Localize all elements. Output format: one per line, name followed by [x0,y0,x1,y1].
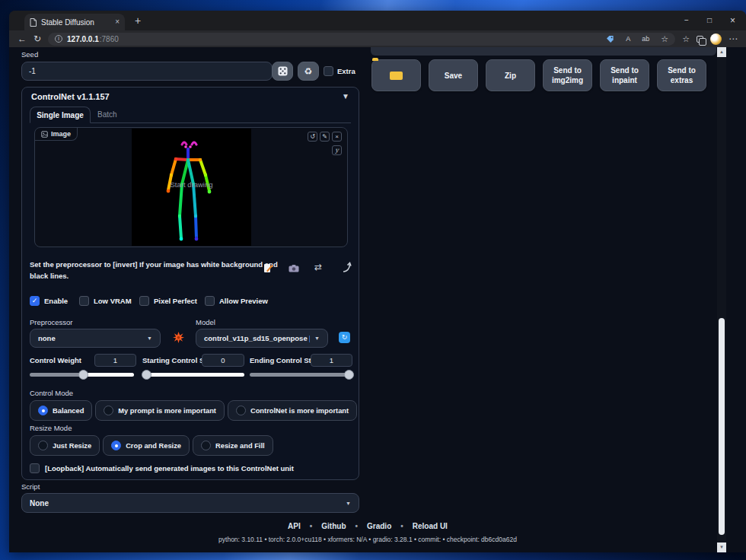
page-scrollbar[interactable]: ▲ ▼ [717,47,726,552]
dice-icon [278,66,288,76]
starting-step-value[interactable]: 0 [202,354,244,367]
run-preprocessor-icon[interactable] [173,332,184,343]
webcam-icon[interactable] [289,265,299,272]
control-weight-slider[interactable] [30,373,134,377]
zip-button[interactable]: Zip [486,59,535,91]
slider-handle[interactable] [142,370,151,380]
collapse-caret-icon[interactable]: ▼ [342,92,349,100]
model-label: Model [196,318,215,326]
control-mode-group: Balanced My prompt is more important Con… [30,400,357,421]
allow-preview-checkbox[interactable] [205,296,215,306]
enable-checkbox[interactable]: ✓ [30,296,40,306]
mirror-webcam-icon[interactable]: ⇄ [314,262,322,272]
image-dropzone[interactable]: Image [34,127,348,247]
ending-step-label: Ending Control Step [250,356,320,364]
undo-icon[interactable]: ↺ [308,132,317,142]
mode-balanced-option[interactable]: Balanced [30,400,92,421]
tab-batch[interactable]: Batch [97,110,117,119]
open-folder-button[interactable] [371,59,421,91]
resize-fill-label: Resize and Fill [215,442,265,450]
loopback-label: [Loopback] Automatically send generated … [45,464,294,473]
close-window-icon[interactable]: × [730,16,735,25]
page-viewport: Seed -1 ♻ Extra ControlNet v1.1.157 ▼ Si… [9,47,746,552]
reuse-seed-button[interactable]: ♻ [298,62,319,81]
browser-essentials-icon[interactable] [697,36,703,43]
resize-just-option[interactable]: Just Resize [30,435,100,456]
profile-avatar[interactable] [710,33,722,45]
clear-image-icon[interactable]: × [332,132,342,142]
resize-fill-option[interactable]: Resize and Fill [193,435,273,456]
scroll-down-icon[interactable]: ▼ [717,542,726,552]
resize-crop-option[interactable]: Crop and Resize [103,435,190,456]
refresh-icon: ↻ [342,333,348,341]
settings-menu-icon[interactable]: ⋯ [728,34,738,43]
pixel-perfect-checkbox[interactable] [139,296,149,306]
translate-icon[interactable]: ab [642,36,649,43]
url-host: 127.0.0.1 [67,35,99,43]
reload-icon[interactable]: ↻ [33,34,41,43]
page-icon [30,18,37,27]
random-seed-button[interactable] [272,62,293,81]
extra-checkbox[interactable] [324,66,333,76]
lowvram-checkbox[interactable] [79,296,89,306]
control-mode-label: Control Mode [30,389,73,397]
script-dropdown[interactable]: None ▼ [21,493,359,513]
tab-single-image[interactable]: Single Image [30,107,91,123]
scrollbar-thumb[interactable] [719,318,725,535]
image-icon [41,131,48,138]
slider-handle[interactable] [78,370,88,380]
maximize-icon[interactable]: □ [707,17,712,24]
new-canvas-icon[interactable] [263,263,273,274]
footer-link-gradio[interactable]: Gradio [367,522,391,530]
ending-step-slider[interactable] [250,373,353,377]
controlnet-panel: ControlNet v1.1.157 ▼ Single Image Batch… [21,87,359,480]
back-icon[interactable]: ← [18,34,27,43]
preprocessor-dropdown[interactable]: none ▼ [30,329,161,348]
dropdown-caret-icon: ▼ [341,501,351,506]
tab-title: Stable Diffusion [41,18,110,27]
loopback-checkbox[interactable] [30,463,40,473]
control-weight-value[interactable]: 1 [94,354,136,367]
mode-prompt-option[interactable]: My prompt is more important [95,400,225,421]
edit-icon[interactable]: ✎ [320,132,330,142]
footer-link-api[interactable]: API [288,522,301,530]
pixel-perfect-label: Pixel Perfect [154,297,197,305]
bullet: • [355,522,359,530]
save-button[interactable]: Save [429,59,478,91]
new-tab-button[interactable]: + [135,14,141,27]
shopping-tag-icon[interactable] [606,35,614,43]
read-aloud-icon[interactable]: A [626,36,630,43]
model-dropdown[interactable]: control_v11p_sd15_openpose [cab ▼ [196,329,328,348]
seed-input[interactable]: -1 [21,62,273,81]
send-to-extras-button[interactable]: Send to extras [657,59,706,91]
favorites-star-icon[interactable]: ☆ [661,35,668,43]
canvas-hint: Start drawing [132,180,251,189]
footer-link-github[interactable]: Github [321,522,346,530]
slider-handle[interactable] [344,370,354,380]
refresh-models-button[interactable]: ↻ [339,332,350,343]
check-icon: ✓ [32,298,38,304]
collections-icon[interactable]: ☆ [682,35,690,43]
footer-link-reload-ui[interactable]: Reload UI [413,522,448,530]
minimize-icon[interactable]: − [684,17,689,24]
mode-controlnet-option[interactable]: ControlNet is more important [228,400,357,421]
pose-canvas[interactable]: Start drawing [132,129,251,246]
ending-step-value[interactable]: 1 [311,354,352,367]
starting-step-slider[interactable] [142,373,244,377]
mode-controlnet-label: ControlNet is more important [250,407,349,415]
resize-just-label: Just Resize [53,442,91,450]
send-dimensions-icon[interactable] [342,262,352,272]
browser-tab-bar: Stable Diffusion × + − □ × [9,11,746,30]
dropdown-caret-icon: ▼ [310,336,320,341]
scroll-up-icon[interactable]: ▲ [717,47,726,57]
preprocessor-hint-line2: black lines. [30,272,69,280]
controlnet-title[interactable]: ControlNet v1.1.157 [31,92,110,101]
address-bar[interactable]: i 127.0.0.1 :7860 A ab ☆ [48,33,675,46]
tab-close-icon[interactable]: × [115,18,120,26]
site-info-icon[interactable]: i [55,35,62,43]
bullet: • [400,522,403,530]
brush-icon[interactable]: y [332,145,342,155]
send-to-img2img-button[interactable]: Send to img2img [543,59,592,91]
browser-tab[interactable]: Stable Diffusion × [24,14,125,30]
send-to-inpaint-button[interactable]: Send to inpaint [600,59,649,91]
